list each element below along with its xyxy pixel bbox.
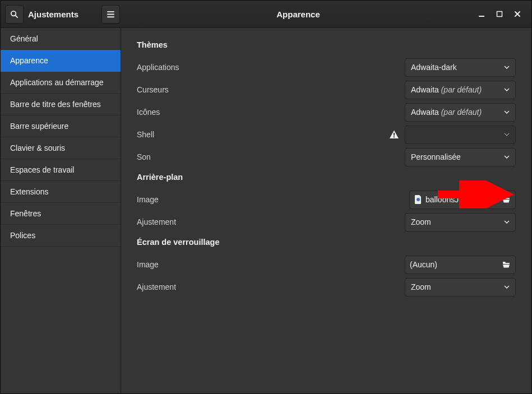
sidebar-item-general[interactable]: Général	[1, 28, 121, 50]
main-panel: Thèmes Applications Adwaita-dark Curseur…	[121, 28, 531, 393]
bg-image-file-button[interactable]: balloonsJourNuit.xml	[409, 191, 516, 209]
row-cursor: Curseurs Adwaita (par défaut)	[137, 78, 516, 101]
cursor-combo-value: Adwaita (par défaut)	[411, 85, 482, 94]
row-icons: Icônes Adwaita (par défaut)	[137, 101, 516, 123]
row-lock-adjust: Ajustement Zoom	[137, 276, 516, 298]
minimize-icon	[478, 11, 485, 17]
file-icon	[414, 195, 422, 204]
row-applications: Applications Adwaita-dark	[137, 56, 516, 78]
sidebar-item-startup-apps[interactable]: Applications au démarrage	[1, 72, 121, 94]
cursor-combo[interactable]: Adwaita (par défaut)	[405, 81, 516, 99]
sidebar-item-windows[interactable]: Fenêtres	[1, 203, 121, 225]
section-background-title: Arrière-plan	[137, 173, 516, 182]
sidebar-item-topbar[interactable]: Barre supérieure	[1, 115, 121, 137]
row-lock-adjust-label: Ajustement	[137, 282, 405, 291]
maximize-icon	[496, 11, 503, 17]
headerbar-left: Ajustements	[5, 5, 120, 24]
row-cursor-label: Curseurs	[137, 85, 405, 94]
sound-combo-value: Personnalisée	[411, 152, 461, 161]
svg-point-6	[417, 198, 420, 201]
search-button[interactable]	[5, 5, 24, 24]
row-applications-label: Applications	[137, 63, 405, 72]
svg-line-1	[16, 15, 18, 17]
row-icons-label: Icônes	[137, 108, 405, 117]
section-lockscreen-title: Écran de verrouillage	[137, 238, 516, 247]
menu-button[interactable]	[101, 5, 120, 24]
row-sound: Son Personnalisée	[137, 146, 516, 168]
bg-image-file-name: balloonsJourNuit.xml	[425, 195, 498, 204]
chevron-down-icon	[504, 133, 510, 136]
sidebar-item-keyboard-mouse[interactable]: Clavier & souris	[1, 137, 121, 159]
chevron-down-icon	[504, 66, 510, 69]
row-sound-label: Son	[137, 152, 405, 161]
close-button[interactable]	[512, 9, 522, 19]
open-file-icon	[502, 260, 511, 269]
svg-rect-3	[497, 12, 502, 17]
svg-rect-2	[479, 16, 484, 17]
lock-image-file-button[interactable]: (Aucun)	[405, 256, 516, 274]
hamburger-icon	[107, 10, 115, 18]
shell-combo	[405, 126, 516, 144]
sidebar-item-extensions[interactable]: Extensions	[1, 181, 121, 203]
sidebar-item-appearance[interactable]: Apparence	[1, 50, 121, 72]
chevron-down-icon	[504, 155, 510, 159]
lock-adjust-combo-value: Zoom	[411, 282, 431, 291]
lock-image-file-name: (Aucun)	[410, 260, 437, 269]
sidebar: Général Apparence Applications au démarr…	[1, 28, 121, 393]
warning-icon	[389, 129, 399, 140]
sidebar-item-titlebars[interactable]: Barre de titre des fenêtres	[1, 94, 121, 115]
icons-combo-value: Adwaita (par défaut)	[411, 108, 482, 117]
bg-adjust-combo[interactable]: Zoom	[405, 213, 516, 231]
open-file-icon	[502, 195, 511, 204]
page-title: Apparence	[124, 10, 472, 19]
content: Général Apparence Applications au démarr…	[1, 28, 531, 393]
window: Ajustements Apparence Général Apparence …	[0, 0, 532, 394]
bg-adjust-combo-value: Zoom	[411, 217, 431, 226]
row-bg-adjust: Ajustement Zoom	[137, 211, 516, 233]
maximize-button[interactable]	[494, 9, 505, 19]
chevron-down-icon	[504, 88, 510, 91]
row-bg-adjust-label: Ajustement	[137, 217, 405, 226]
svg-rect-5	[394, 136, 395, 137]
svg-rect-4	[394, 133, 395, 136]
applications-combo-value: Adwaita-dark	[411, 63, 457, 72]
chevron-down-icon	[504, 110, 510, 114]
close-icon	[514, 11, 521, 17]
lock-adjust-combo[interactable]: Zoom	[405, 278, 516, 296]
row-lock-image-label: Image	[137, 260, 405, 269]
sound-combo[interactable]: Personnalisée	[405, 148, 516, 166]
search-icon	[10, 10, 18, 18]
icons-combo[interactable]: Adwaita (par défaut)	[405, 103, 516, 122]
applications-combo[interactable]: Adwaita-dark	[405, 58, 516, 77]
headerbar: Ajustements Apparence	[1, 1, 531, 28]
sidebar-item-fonts[interactable]: Polices	[1, 225, 121, 247]
row-lock-image: Image (Aucun)	[137, 253, 516, 276]
chevron-down-icon	[504, 220, 510, 224]
section-themes-title: Thèmes	[137, 40, 516, 49]
row-shell-label: Shell	[137, 130, 389, 139]
row-shell: Shell	[137, 123, 516, 146]
sidebar-item-workspaces[interactable]: Espaces de travail	[1, 159, 121, 181]
app-title: Ajustements	[28, 10, 97, 19]
window-controls	[477, 9, 527, 19]
row-bg-image: Image balloonsJourNuit.xml	[137, 188, 516, 211]
minimize-button[interactable]	[477, 9, 487, 19]
row-bg-image-label: Image	[137, 195, 409, 204]
chevron-down-icon	[504, 285, 510, 289]
